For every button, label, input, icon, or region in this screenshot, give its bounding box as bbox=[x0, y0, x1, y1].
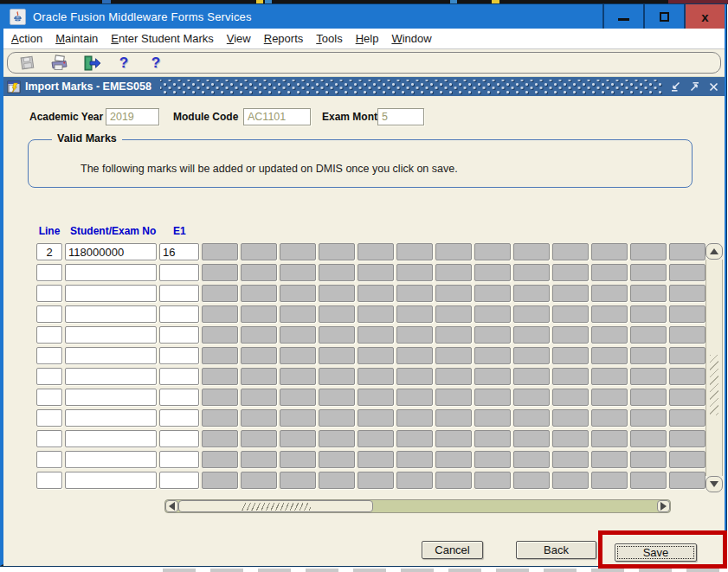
cell-student-exam-no[interactable] bbox=[65, 326, 157, 344]
help-icon[interactable]: ? bbox=[114, 55, 133, 72]
cell-line[interactable] bbox=[36, 389, 62, 406]
cell-disabled bbox=[669, 409, 705, 427]
scroll-up-button[interactable] bbox=[705, 243, 723, 260]
cell-student-exam-no[interactable] bbox=[65, 472, 157, 489]
cell-disabled bbox=[358, 285, 394, 302]
horizontal-scrollbar-thumb[interactable] bbox=[178, 500, 373, 512]
print-icon[interactable] bbox=[50, 55, 69, 72]
cell-e1[interactable] bbox=[159, 305, 199, 323]
menu-item-window[interactable]: Window bbox=[391, 32, 431, 45]
cell-disabled bbox=[669, 285, 705, 302]
cell-student-exam-no[interactable] bbox=[65, 409, 157, 427]
cell-e1[interactable] bbox=[159, 326, 199, 344]
form-window-titlebar[interactable]: Import Marks - EMES058 bbox=[3, 76, 725, 96]
cell-student-exam-no[interactable] bbox=[65, 305, 157, 323]
form-maximize-button[interactable] bbox=[688, 80, 701, 93]
cell-student-exam-no[interactable] bbox=[65, 451, 157, 468]
cell-disabled bbox=[435, 430, 472, 447]
cell-disabled bbox=[396, 285, 433, 302]
cell-disabled bbox=[591, 285, 628, 302]
horizontal-scrollbar-track[interactable] bbox=[373, 500, 657, 512]
cell-line[interactable] bbox=[36, 305, 62, 323]
exit-icon[interactable] bbox=[82, 55, 101, 72]
cell-disabled bbox=[474, 285, 511, 302]
cell-e1[interactable] bbox=[159, 368, 199, 385]
back-button[interactable]: Back bbox=[516, 541, 596, 559]
vertical-scrollbar[interactable] bbox=[705, 243, 723, 492]
cell-disabled bbox=[552, 326, 589, 344]
scroll-right-button[interactable] bbox=[657, 500, 670, 512]
minimize-button[interactable] bbox=[602, 4, 643, 29]
cell-student-exam-no[interactable] bbox=[65, 389, 157, 406]
horizontal-scrollbar[interactable] bbox=[164, 499, 671, 513]
cell-disabled bbox=[552, 264, 589, 281]
cell-e1[interactable] bbox=[159, 389, 199, 406]
close-button[interactable]: x bbox=[684, 4, 725, 29]
form-close-button[interactable] bbox=[707, 80, 720, 93]
cell-line[interactable] bbox=[36, 264, 62, 281]
table-row bbox=[36, 389, 705, 406]
save-icon[interactable] bbox=[18, 55, 37, 72]
cell-disabled bbox=[241, 326, 277, 344]
menu-item-maintain[interactable]: Maintain bbox=[55, 32, 98, 45]
cell-student-exam-no[interactable] bbox=[65, 243, 157, 260]
cell-e1[interactable] bbox=[159, 451, 199, 468]
cell-disabled bbox=[513, 451, 550, 468]
titlebar-pattern bbox=[160, 80, 662, 94]
cell-disabled bbox=[630, 347, 667, 364]
cell-disabled bbox=[435, 409, 472, 427]
cell-disabled bbox=[202, 430, 238, 447]
cell-line[interactable] bbox=[36, 430, 62, 447]
cell-student-exam-no[interactable] bbox=[65, 264, 157, 281]
cell-line[interactable] bbox=[36, 243, 62, 260]
menu-item-reports[interactable]: Reports bbox=[264, 32, 304, 45]
cell-disabled bbox=[552, 347, 589, 364]
menu-item-help[interactable]: Help bbox=[356, 32, 379, 45]
cell-e1[interactable] bbox=[159, 264, 199, 281]
cell-disabled bbox=[435, 326, 472, 344]
cell-e1[interactable] bbox=[159, 243, 199, 260]
cell-line[interactable] bbox=[36, 472, 62, 489]
cell-disabled bbox=[396, 409, 433, 427]
cell-disabled bbox=[474, 409, 511, 427]
maximize-button[interactable] bbox=[643, 4, 684, 29]
scroll-down-button[interactable] bbox=[705, 476, 723, 492]
scroll-left-button[interactable] bbox=[165, 500, 178, 512]
cell-line[interactable] bbox=[36, 347, 62, 364]
menu-item-tools[interactable]: Tools bbox=[316, 32, 342, 45]
cell-line[interactable] bbox=[36, 285, 62, 302]
help-icon[interactable]: ? bbox=[146, 55, 165, 72]
cell-line[interactable] bbox=[36, 451, 62, 468]
cell-student-exam-no[interactable] bbox=[65, 430, 157, 447]
cell-e1[interactable] bbox=[159, 409, 199, 427]
menu-item-action[interactable]: Action bbox=[11, 32, 42, 45]
table-row bbox=[36, 472, 705, 489]
cell-disabled bbox=[319, 326, 355, 344]
form-minimize-button[interactable] bbox=[669, 80, 682, 93]
menu-item-enter-student-marks[interactable]: Enter Student Marks bbox=[111, 32, 214, 45]
cell-e1[interactable] bbox=[159, 430, 199, 447]
menu-item-view[interactable]: View bbox=[227, 32, 251, 45]
cell-disabled bbox=[358, 264, 394, 281]
cell-line[interactable] bbox=[36, 326, 62, 344]
cell-student-exam-no[interactable] bbox=[65, 285, 157, 302]
cell-line[interactable] bbox=[36, 409, 62, 427]
background-dash bbox=[258, 569, 291, 572]
cell-e1[interactable] bbox=[159, 347, 199, 364]
cell-disabled bbox=[241, 243, 277, 260]
background-dash bbox=[163, 569, 196, 572]
cancel-button[interactable]: Cancel bbox=[422, 541, 483, 559]
save-button[interactable]: Save bbox=[615, 543, 697, 562]
cell-e1[interactable] bbox=[159, 472, 199, 489]
cell-disabled bbox=[358, 451, 394, 468]
cell-line[interactable] bbox=[36, 368, 62, 385]
cell-e1[interactable] bbox=[159, 285, 199, 302]
cell-student-exam-no[interactable] bbox=[65, 347, 157, 364]
vertical-scrollbar-track[interactable] bbox=[705, 260, 723, 476]
cell-student-exam-no[interactable] bbox=[65, 368, 157, 385]
cell-disabled bbox=[319, 472, 355, 489]
cell-disabled bbox=[435, 243, 472, 260]
background-dash bbox=[496, 569, 529, 572]
cell-disabled bbox=[552, 305, 589, 323]
cell-disabled bbox=[358, 347, 394, 364]
